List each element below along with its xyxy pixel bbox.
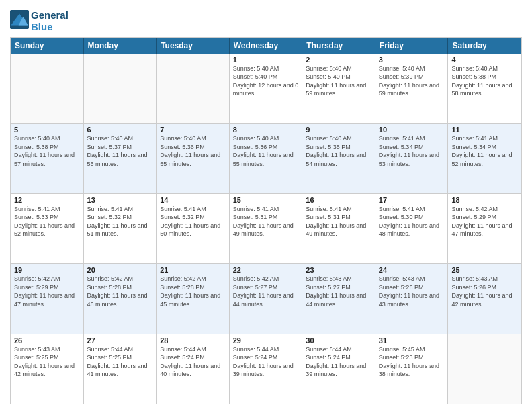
day-info: Sunrise: 5:41 AMSunset: 5:31 PMDaylight:…	[233, 205, 299, 238]
day-cell-2: 2Sunrise: 5:40 AMSunset: 5:40 PMDaylight…	[302, 54, 375, 124]
logo-icon	[10, 10, 29, 29]
day-info: Sunrise: 5:41 AMSunset: 5:33 PMDaylight:…	[14, 205, 80, 238]
day-info: Sunrise: 5:45 AMSunset: 5:23 PMDaylight:…	[379, 345, 445, 379]
day-number: 30	[306, 336, 371, 345]
calendar-page: General Blue SundayMondayTuesdayWednesda…	[0, 0, 532, 411]
logo-text: General Blue	[31, 9, 69, 33]
day-number: 2	[306, 56, 371, 64]
day-info: Sunrise: 5:41 AMSunset: 5:32 PMDaylight:…	[87, 205, 153, 238]
day-cell-17: 17Sunrise: 5:41 AMSunset: 5:30 PMDayligh…	[375, 194, 449, 264]
day-number: 28	[160, 336, 226, 345]
day-cell-21: 21Sunrise: 5:42 AMSunset: 5:28 PMDayligh…	[157, 264, 230, 334]
day-info: Sunrise: 5:40 AMSunset: 5:36 PMDaylight:…	[233, 134, 299, 168]
day-info: Sunrise: 5:41 AMSunset: 5:30 PMDaylight:…	[379, 205, 445, 238]
empty-cell	[84, 54, 157, 124]
day-cell-20: 20Sunrise: 5:42 AMSunset: 5:28 PMDayligh…	[84, 264, 157, 334]
day-info: Sunrise: 5:44 AMSunset: 5:24 PMDaylight:…	[306, 345, 371, 379]
calendar-row: 26Sunrise: 5:43 AMSunset: 5:25 PMDayligh…	[11, 334, 521, 404]
day-cell-27: 27Sunrise: 5:44 AMSunset: 5:25 PMDayligh…	[84, 334, 157, 404]
day-info: Sunrise: 5:44 AMSunset: 5:24 PMDaylight:…	[160, 345, 226, 379]
day-number: 8	[233, 126, 299, 134]
header-wednesday: Wednesday	[230, 38, 303, 54]
day-number: 5	[14, 126, 80, 134]
day-number: 1	[233, 56, 299, 64]
day-number: 25	[451, 266, 518, 274]
calendar-body: 1Sunrise: 5:40 AMSunset: 5:40 PMDaylight…	[11, 54, 521, 404]
header-sunday: Sunday	[11, 38, 84, 54]
day-number: 26	[14, 336, 80, 345]
day-number: 7	[160, 126, 226, 134]
day-info: Sunrise: 5:41 AMSunset: 5:34 PMDaylight:…	[451, 134, 518, 168]
day-cell-26: 26Sunrise: 5:43 AMSunset: 5:25 PMDayligh…	[11, 334, 84, 404]
day-info: Sunrise: 5:40 AMSunset: 5:37 PMDaylight:…	[87, 134, 153, 168]
day-number: 9	[306, 126, 371, 134]
day-cell-30: 30Sunrise: 5:44 AMSunset: 5:24 PMDayligh…	[302, 334, 375, 404]
day-cell-22: 22Sunrise: 5:42 AMSunset: 5:27 PMDayligh…	[230, 264, 303, 334]
calendar-header: SundayMondayTuesdayWednesdayThursdayFrid…	[11, 38, 521, 54]
day-number: 11	[451, 126, 518, 134]
day-cell-7: 7Sunrise: 5:40 AMSunset: 5:36 PMDaylight…	[157, 124, 230, 193]
calendar-row: 12Sunrise: 5:41 AMSunset: 5:33 PMDayligh…	[11, 193, 521, 264]
header-tuesday: Tuesday	[157, 38, 230, 54]
day-cell-19: 19Sunrise: 5:42 AMSunset: 5:29 PMDayligh…	[11, 264, 84, 334]
day-cell-9: 9Sunrise: 5:40 AMSunset: 5:35 PMDaylight…	[302, 124, 375, 193]
calendar-row: 5Sunrise: 5:40 AMSunset: 5:38 PMDaylight…	[11, 123, 521, 193]
empty-cell	[448, 334, 521, 404]
day-info: Sunrise: 5:42 AMSunset: 5:28 PMDaylight:…	[87, 275, 153, 308]
day-info: Sunrise: 5:41 AMSunset: 5:32 PMDaylight:…	[160, 205, 226, 238]
day-info: Sunrise: 5:42 AMSunset: 5:29 PMDaylight:…	[451, 205, 518, 238]
day-cell-23: 23Sunrise: 5:43 AMSunset: 5:27 PMDayligh…	[302, 264, 375, 334]
day-info: Sunrise: 5:44 AMSunset: 5:24 PMDaylight:…	[233, 345, 299, 379]
day-cell-11: 11Sunrise: 5:41 AMSunset: 5:34 PMDayligh…	[448, 124, 521, 193]
day-number: 29	[233, 336, 299, 345]
day-info: Sunrise: 5:40 AMSunset: 5:38 PMDaylight:…	[451, 64, 518, 98]
day-cell-13: 13Sunrise: 5:41 AMSunset: 5:32 PMDayligh…	[84, 194, 157, 264]
day-info: Sunrise: 5:43 AMSunset: 5:26 PMDaylight:…	[451, 275, 518, 308]
day-cell-29: 29Sunrise: 5:44 AMSunset: 5:24 PMDayligh…	[230, 334, 303, 404]
page-header: General Blue	[10, 7, 522, 33]
empty-cell	[11, 54, 84, 124]
day-info: Sunrise: 5:40 AMSunset: 5:36 PMDaylight:…	[160, 134, 226, 168]
day-number: 27	[87, 336, 153, 345]
day-number: 12	[14, 196, 80, 204]
day-number: 10	[379, 126, 445, 134]
day-info: Sunrise: 5:42 AMSunset: 5:29 PMDaylight:…	[14, 275, 80, 308]
day-cell-15: 15Sunrise: 5:41 AMSunset: 5:31 PMDayligh…	[230, 194, 303, 264]
calendar-row: 1Sunrise: 5:40 AMSunset: 5:40 PMDaylight…	[11, 54, 521, 124]
day-info: Sunrise: 5:43 AMSunset: 5:27 PMDaylight:…	[306, 275, 371, 308]
day-number: 15	[233, 196, 299, 204]
day-info: Sunrise: 5:40 AMSunset: 5:40 PMDaylight:…	[306, 64, 371, 98]
day-cell-4: 4Sunrise: 5:40 AMSunset: 5:38 PMDaylight…	[448, 54, 521, 124]
header-thursday: Thursday	[302, 38, 375, 54]
day-cell-25: 25Sunrise: 5:43 AMSunset: 5:26 PMDayligh…	[448, 264, 521, 334]
day-number: 17	[379, 196, 445, 204]
day-info: Sunrise: 5:42 AMSunset: 5:28 PMDaylight:…	[160, 275, 226, 308]
day-number: 31	[379, 336, 445, 345]
header-saturday: Saturday	[448, 38, 521, 54]
day-cell-14: 14Sunrise: 5:41 AMSunset: 5:32 PMDayligh…	[157, 194, 230, 264]
day-cell-8: 8Sunrise: 5:40 AMSunset: 5:36 PMDaylight…	[230, 124, 303, 193]
calendar: SundayMondayTuesdayWednesdayThursdayFrid…	[10, 37, 522, 405]
day-info: Sunrise: 5:44 AMSunset: 5:25 PMDaylight:…	[87, 345, 153, 379]
day-info: Sunrise: 5:41 AMSunset: 5:34 PMDaylight:…	[379, 134, 445, 168]
day-info: Sunrise: 5:42 AMSunset: 5:27 PMDaylight:…	[233, 275, 299, 308]
day-info: Sunrise: 5:43 AMSunset: 5:25 PMDaylight:…	[14, 345, 80, 379]
day-number: 21	[160, 266, 226, 274]
day-number: 18	[451, 196, 518, 204]
day-cell-1: 1Sunrise: 5:40 AMSunset: 5:40 PMDaylight…	[230, 54, 303, 124]
day-info: Sunrise: 5:41 AMSunset: 5:31 PMDaylight:…	[306, 205, 371, 238]
day-number: 14	[160, 196, 226, 204]
day-number: 23	[306, 266, 371, 274]
day-cell-28: 28Sunrise: 5:44 AMSunset: 5:24 PMDayligh…	[157, 334, 230, 404]
day-info: Sunrise: 5:40 AMSunset: 5:40 PMDaylight:…	[233, 64, 299, 98]
day-number: 16	[306, 196, 371, 204]
day-cell-18: 18Sunrise: 5:42 AMSunset: 5:29 PMDayligh…	[448, 194, 521, 264]
day-info: Sunrise: 5:40 AMSunset: 5:35 PMDaylight:…	[306, 134, 371, 168]
day-number: 13	[87, 196, 153, 204]
day-number: 6	[87, 126, 153, 134]
day-info: Sunrise: 5:40 AMSunset: 5:39 PMDaylight:…	[379, 64, 445, 98]
day-number: 4	[451, 56, 518, 64]
header-monday: Monday	[84, 38, 157, 54]
day-cell-5: 5Sunrise: 5:40 AMSunset: 5:38 PMDaylight…	[11, 124, 84, 193]
day-info: Sunrise: 5:43 AMSunset: 5:26 PMDaylight:…	[379, 275, 445, 308]
